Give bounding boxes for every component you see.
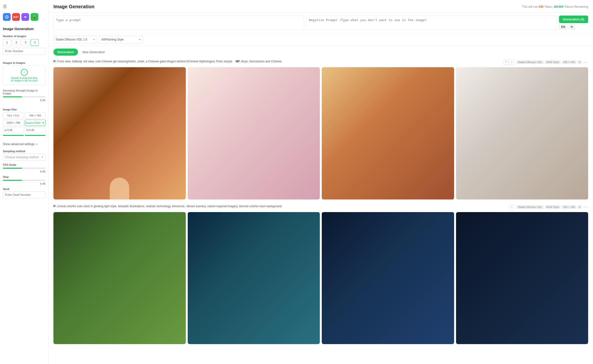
advanced-toggle[interactable]: Show advanced settings ▼ (3, 141, 45, 148)
gen-group-1-badges: Stable Diffusion XDL ADW Style 335 × 446… (516, 59, 588, 65)
h-green-bar (25, 135, 46, 136)
tab-generation[interactable]: Generation (53, 49, 78, 56)
image-card-1-1[interactable] (53, 67, 186, 199)
svg-point-1 (6, 17, 7, 17)
style-select[interactable]: AWPainting Style Realistic Style (99, 36, 143, 43)
app-icon-green[interactable]: 🌳 (31, 13, 38, 21)
main-content: Image Generation This will use 490 Token… (49, 0, 593, 364)
h-input[interactable]: H 0.45 (25, 127, 46, 133)
sampling-select-wrapper: Choose Sampling method Euler a DPM++ 2M … (3, 154, 45, 161)
tabs-row: Generation Idea Generation (49, 46, 593, 56)
image-card-2-1[interactable] (53, 212, 186, 344)
cfg-value: 0.45 (3, 170, 45, 173)
number-of-images-section: Number of Images 1 2 3 4 (0, 33, 48, 57)
upload-text: Upload or drag and dropan image to use a… (11, 77, 37, 82)
neg-prompt-input[interactable] (306, 16, 557, 30)
upload-box[interactable]: ↑ Upload or drag and dropan image to use… (3, 66, 45, 85)
w-input[interactable]: w 0.45 (3, 127, 24, 133)
image-size-label: Image Size (3, 108, 45, 111)
size-badge-2: 335 × 180 (562, 205, 576, 209)
image-card-1-3[interactable] (322, 67, 454, 199)
model-badge-2: Stable Diffusion XDL (516, 205, 544, 209)
prompt-input[interactable] (53, 16, 304, 30)
use-prompt-1-btn[interactable]: ↑ (509, 59, 514, 65)
gen-group-dragon: P: Front view, fullbody, full view, cute… (53, 59, 588, 199)
step-value: 0.45 (3, 182, 45, 185)
image-card-1-2[interactable] (188, 67, 320, 199)
app-icon-purple[interactable] (21, 13, 29, 21)
sidebar-header: ☰ (0, 0, 48, 11)
more-options-2-btn[interactable]: ⋯ (583, 204, 588, 210)
w-green-bar (3, 135, 24, 136)
upload-icon: ↑ (21, 69, 28, 76)
model-select-wrapper: Stable Diffusion XDL 1.0 Stable Diffusio… (53, 36, 97, 43)
size-btn-1024[interactable]: 1024 × 768 (3, 120, 24, 126)
seed-label: Seed (3, 188, 45, 190)
num-btn-3[interactable]: 3 (21, 39, 30, 46)
gen-group-2-prompt: P: Unreal colorful cute robot in glowing… (53, 204, 507, 208)
token-remaining-label: Tokens Remaining (564, 5, 588, 8)
advanced-toggle-label: Show advanced settings (3, 142, 34, 146)
image-card-2-2[interactable] (188, 212, 320, 344)
aspect-ratio-chevron: ▼ (42, 121, 44, 124)
token-info: This will use 490 Token, 481909 Tokens R… (522, 5, 588, 8)
generation-button[interactable]: Generation (5) (559, 16, 588, 23)
denoising-value: 0.45 (3, 99, 45, 102)
token-label: Token, (544, 5, 553, 8)
denoising-fill (3, 96, 22, 97)
reset-button[interactable]: ↻ (568, 24, 575, 30)
language-button[interactable]: EN (559, 24, 568, 30)
size-btn-768[interactable]: 768 × 768 (25, 112, 46, 119)
gen-group-1-prompt: P: Front view, fullbody, full view, cute… (53, 59, 501, 64)
prompt-actions: Generation (5) EN ↻ (559, 16, 588, 30)
number-of-images-label: Number of Images (3, 35, 45, 38)
more-options-1-btn[interactable]: ⋯ (583, 59, 588, 65)
image-card-2-3[interactable] (322, 212, 454, 344)
image-card-2-4[interactable] (456, 212, 588, 344)
aspect-ratio-btn[interactable]: Aspect Ratio ▼ (25, 120, 46, 126)
images-to-images-section: Images to Images ↑ Upload or drag and dr… (0, 57, 48, 87)
tab-idea-generation[interactable]: Idea Generation (78, 49, 109, 56)
main-header: Image Generation This will use 490 Token… (49, 0, 593, 13)
count-badge-2: 4 (577, 205, 582, 209)
hamburger-icon[interactable]: ☰ (3, 4, 7, 9)
count-badge-1: 4 (577, 60, 582, 64)
size-badge-1: 335 × 446 (562, 60, 576, 64)
app-icon-blue[interactable] (3, 13, 11, 21)
wh-row: w 0.45 H 0.45 (3, 127, 45, 133)
sidebar: ☰ BAT 🌳 Image Generation Number of Image… (0, 0, 49, 364)
image-card-1-4[interactable] (456, 67, 588, 199)
style-badge-1: ADW Style (545, 60, 560, 64)
sampling-select[interactable]: Choose Sampling method Euler a DPM++ 2M (3, 154, 45, 161)
gen-group-robot: P: Unreal colorful cute robot in glowing… (53, 204, 588, 344)
num-btn-4[interactable]: 4 (31, 39, 39, 46)
denoising-section: Denoising Strength (Image to Image) 0.45 (0, 87, 48, 104)
num-btn-1[interactable]: 1 (3, 39, 11, 46)
aspect-ratio-label: Aspect Ratio (26, 121, 41, 124)
enter-number-input[interactable] (3, 48, 45, 55)
seed-input[interactable] (3, 191, 45, 198)
size-btn-512[interactable]: 512 × 512 (3, 112, 24, 119)
use-prompt-2-btn[interactable]: ↑ (509, 204, 514, 210)
main-title: Image Generation (53, 4, 94, 9)
num-btn-2[interactable]: 2 (12, 39, 20, 46)
gen-group-1-header: P: Front view, fullbody, full view, cute… (53, 59, 588, 65)
image-size-section: Image Size 512 × 512 768 × 768 1024 × 76… (0, 104, 48, 139)
cfg-fill (3, 168, 22, 169)
app-icons-row: BAT 🌳 (0, 11, 48, 23)
cfg-track (3, 168, 45, 169)
style-select-wrapper: AWPainting Style Realistic Style ▼ (99, 36, 143, 43)
style-badge-2: ADW Style (545, 205, 560, 209)
app-icon-red[interactable]: BAT (12, 13, 20, 21)
token-amount: 490 (539, 5, 543, 8)
model-select[interactable]: Stable Diffusion XDL 1.0 Stable Diffusio… (53, 36, 97, 43)
advanced-chevron-icon: ▼ (35, 143, 38, 146)
token-prefix: This will use (522, 5, 538, 8)
collapse-group-1-btn[interactable]: ⌃ (503, 59, 508, 65)
model-row: Stable Diffusion XDL 1.0 Stable Diffusio… (49, 33, 593, 46)
number-buttons-row: 1 2 3 4 (3, 39, 45, 46)
model-badge-1: Stable Diffusion XDL (516, 60, 544, 64)
prompt-area: Generation (5) EN ↻ (49, 13, 593, 33)
content-area: P: Front view, fullbody, full view, cute… (49, 56, 593, 353)
sampling-label: Sampling method (3, 150, 45, 153)
